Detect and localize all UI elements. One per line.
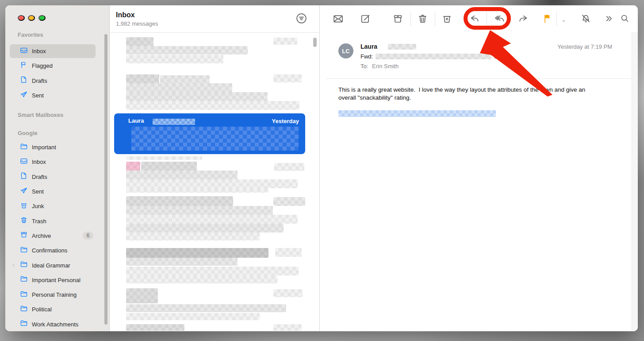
message-list-row[interactable] [110, 247, 319, 284]
reply-all-button[interactable] [494, 13, 505, 25]
message-list-row-selected[interactable]: Laura Yesterday [114, 113, 305, 154]
redacted-text-block [126, 179, 298, 188]
selected-sender: Laura [128, 117, 144, 124]
folder-icon [20, 275, 28, 285]
folder-icon [20, 290, 28, 300]
flag-outline-icon [20, 61, 28, 71]
redacted-text-block [126, 206, 273, 215]
folder-icon [20, 319, 28, 329]
message-list-row[interactable] [110, 323, 319, 331]
sidebar-item-important[interactable]: Important [5, 140, 109, 155]
sidebar-item-label: Drafts [32, 78, 47, 84]
junk-button[interactable] [441, 13, 452, 25]
sidebar-item-archive[interactable]: Archive6 [5, 229, 109, 243]
archive-box-icon [392, 19, 403, 26]
redacted-text-block [126, 188, 268, 193]
sidebar-scrollbar[interactable] [104, 34, 107, 325]
message-list-row[interactable] [110, 35, 319, 73]
archive-button[interactable] [392, 13, 403, 25]
redacted-text-block [388, 44, 416, 50]
redacted-text-block [126, 74, 159, 83]
sidebar-item-label: Drafts [32, 174, 47, 180]
sidebar-item-ideal-grammar[interactable]: Ideal Grammar [5, 258, 109, 272]
search-button[interactable] [619, 13, 630, 25]
redacted-text-block [126, 196, 233, 206]
sidebar: FavoritesInboxFlaggedDraftsSentSmart Mai… [5, 5, 110, 331]
message-to-line: To: Erin Smith [360, 63, 399, 70]
message-list-row[interactable] [110, 73, 319, 111]
sidebar-item-drafts[interactable]: Drafts [5, 170, 109, 184]
sidebar-item-political[interactable]: Political [5, 302, 109, 317]
sidebar-item-work-attachments[interactable]: Work Attachments [5, 317, 109, 331]
message-list-row[interactable] [110, 156, 319, 193]
mute-button[interactable] [580, 13, 591, 25]
filter-icon[interactable] [295, 12, 307, 24]
message-body: This is a really great website. I love t… [338, 86, 596, 101]
sidebar-item-drafts[interactable]: Drafts [5, 74, 109, 88]
reply-all-icon [494, 19, 505, 26]
sidebar-item-trash[interactable]: Trash [5, 213, 109, 228]
sidebar-item-label: Inbox [32, 48, 46, 54]
forward-icon [518, 19, 529, 26]
sidebar-item-flagged[interactable]: Flagged [5, 58, 109, 73]
bell-slash-icon [580, 19, 591, 26]
zoom-button[interactable] [38, 15, 46, 21]
paper-plane-icon [20, 91, 28, 101]
search-icon [620, 18, 630, 25]
sidebar-section-google: ImportantInboxDraftsSentJunkTrashArchive… [5, 140, 109, 331]
sidebar-item-label: Flagged [32, 62, 53, 69]
flag-menu-button[interactable] [558, 16, 569, 27]
sidebar-item-label: Archive [32, 232, 51, 239]
toolbar-separator [487, 12, 487, 26]
sidebar-item-label: Sent [32, 92, 44, 99]
message-scrollbar-track[interactable] [632, 32, 638, 331]
chevrons-right-icon [603, 19, 614, 26]
to-label: To: [360, 63, 368, 70]
redacted-text-block [274, 163, 304, 171]
message-list-scrollbar[interactable] [313, 38, 317, 47]
sidebar-item-inbox[interactable]: Inbox [5, 155, 109, 169]
chevron-down-icon [560, 19, 567, 26]
redacted-text-block [153, 119, 195, 125]
sidebar-item-inbox[interactable]: Inbox [5, 44, 109, 58]
compose-icon [360, 19, 371, 26]
sidebar-item-junk[interactable]: Junk [5, 199, 109, 213]
reply-button[interactable] [469, 13, 480, 25]
get-mail-button[interactable] [332, 13, 344, 25]
mailbox-title: Inbox [116, 11, 135, 19]
compose-button[interactable] [360, 13, 371, 25]
redacted-text-block [126, 313, 260, 320]
toolbar-separator [410, 12, 411, 26]
subject-prefix: Fwd: [360, 53, 373, 60]
redacted-text-block [126, 288, 158, 303]
archive-box-icon [20, 231, 28, 240]
redacted-text-block [126, 248, 268, 258]
paper-plane-icon [20, 187, 28, 197]
trash-button[interactable] [417, 13, 428, 25]
sidebar-item-label: Work Attachments [32, 321, 78, 328]
sidebar-item-sent[interactable]: Sent [5, 184, 109, 199]
flag-button[interactable] [541, 13, 553, 25]
forward-button[interactable] [517, 13, 529, 25]
sidebar-item-label: Political [32, 306, 52, 313]
sidebar-section-header-favorites: Favorites [18, 31, 43, 38]
toolbar-separator [435, 12, 435, 26]
message-list-row[interactable] [110, 195, 319, 244]
message-list-row[interactable] [110, 287, 319, 322]
sidebar-item-personal-training[interactable]: Personal Training [5, 287, 109, 302]
close-button[interactable] [18, 15, 25, 21]
redacted-text-block [376, 54, 491, 59]
minimize-button[interactable] [28, 15, 35, 21]
junk-basket-icon [441, 19, 452, 26]
redacted-text-block [126, 258, 238, 266]
redacted-link[interactable] [338, 110, 496, 117]
redacted-text-block [126, 267, 299, 275]
chevron-right-icon[interactable] [11, 261, 16, 269]
message-subject-line: Fwd: IL [360, 53, 499, 60]
redacted-text-block [126, 215, 298, 224]
sidebar-item-confirmations[interactable]: Confirmations [5, 243, 109, 258]
sidebar-item-important-personal[interactable]: Important Personal [5, 273, 109, 287]
sidebar-item-sent[interactable]: Sent [5, 88, 109, 103]
mail-window: FavoritesInboxFlaggedDraftsSentSmart Mai… [5, 5, 638, 331]
more-button[interactable] [603, 13, 614, 25]
